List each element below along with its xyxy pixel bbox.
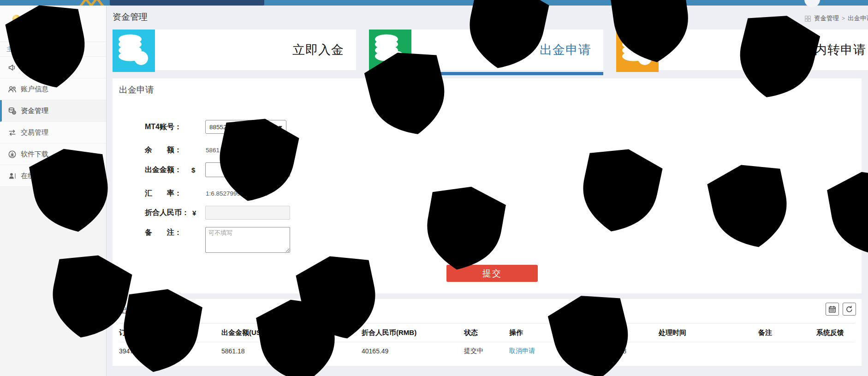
support-person-icon [8,172,17,180]
tab-label: 内转申请 [814,30,866,70]
records-toolbar [826,303,856,316]
col-mt4: MT4账号 [163,323,221,342]
col-rate: 出金汇率 [308,323,362,342]
sidebar-item-label: 最新通知 [21,57,48,78]
sidebar-user-panel: 885527 胡英 [0,6,106,42]
page-title: 资金管理 [113,11,148,23]
rate-label: 汇 率： [145,189,199,198]
table-row: 3947 885527 5861.18 6.8528 40165.49 提交中 … [119,342,855,360]
sidebar-item-label: 软件下载 [21,143,48,165]
form-title: 出金申请 [119,84,154,96]
date-filter-button[interactable] [826,303,839,316]
cny-amount-input [205,206,290,220]
balance-label: 余 额： [145,145,199,155]
user-name: 胡英 [33,24,46,32]
cell-cny: 40165.49 [362,342,464,360]
user-account: 885527 [33,13,56,21]
col-cny: 折合人民币(RMB) [362,323,464,342]
usd-prefix: $ [191,166,195,174]
cancel-request-link[interactable]: 取消申请 [509,347,535,354]
cell-apply-time: 2022-09-28 12:52:18 [566,342,659,360]
calendar-icon [828,305,836,313]
brand-logo-block [110,0,264,6]
sidebar-item-label: 账户信息 [21,78,48,100]
col-amount-usd: 出金金额(USD) [221,323,308,342]
user-avatar-icon [8,14,25,34]
mt4-account-select[interactable]: 885527 [205,120,286,134]
sidebar-item-support[interactable]: 在线客服 [0,165,106,187]
submit-button[interactable]: 提交 [446,265,538,282]
trade-icon [8,128,17,137]
users-icon [8,85,17,94]
cell-amount: 5861.18 [221,342,308,360]
coins-icon [8,107,17,115]
tab-internal-transfer[interactable]: 内转申请 [616,30,868,70]
top-navbar [0,0,868,6]
table-header-row: 订单号 MT4账号 出金金额(USD) 出金汇率 折合人民币(RMB) 状态 操… [119,323,855,342]
breadcrumb-section[interactable]: 资金管理 [814,14,839,23]
sidebar-item-label: 资金管理 [21,100,48,121]
withdraw-records-panel: 出金记录 订单号 MT4账号 出金金额(USD [113,299,862,366]
sidebar: 885527 胡英 主导航 最新通知 账户信息 资金管理 交易 [0,6,107,376]
records-title: 出金记录 [119,304,154,316]
cny-label: 折合人民币： [145,208,199,218]
sidebar-item-downloads[interactable]: 软件下载 [0,143,106,165]
breadcrumb-separator: > [842,15,845,22]
col-remark: 备注 [758,323,816,342]
balance-value: 5861.18 [206,147,228,154]
tab-withdraw[interactable]: 出金申请 [369,30,603,70]
sidebar-item-notices[interactable]: 最新通知 [0,57,106,78]
cny-prefix: ¥ [192,209,196,217]
sidebar-item-trading[interactable]: 交易管理 [0,122,106,143]
sidebar-section-label: 主导航 [0,42,106,57]
sidebar-item-funds[interactable]: 资金管理 [0,100,106,122]
breadcrumb-current: 出金申请 [848,14,868,23]
cell-mt4: 885527 [163,342,221,360]
funds-tab-strip: 立即入金 出金申请 内转申请 [113,30,868,76]
withdraw-records-table: 订单号 MT4账号 出金金额(USD) 出金汇率 折合人民币(RMB) 状态 操… [119,323,855,360]
col-action: 操作 [509,323,566,342]
cell-feedback [816,342,855,360]
col-order-id: 订单号 [119,323,163,342]
remark-label: 备 注： [145,227,199,238]
deposit-coins-icon [113,30,155,72]
transfer-coins-icon [616,30,659,72]
rate-value: 1:6.852799999999999 [206,190,268,197]
sidebar-item-label: 在线客服 [21,165,48,186]
megaphone-icon [8,63,17,72]
col-status: 状态 [464,323,509,342]
tab-deposit[interactable]: 立即入金 [113,30,356,70]
withdraw-coins-icon [369,30,411,72]
tab-label: 出金申请 [540,30,591,70]
sidebar-item-account-info[interactable]: 账户信息 [0,78,106,100]
tab-label: 立即入金 [292,30,344,70]
cell-status: 提交中 [464,342,509,360]
cell-order-id: 3947 [119,342,163,360]
mt4-account-label: MT4账号： [145,122,199,132]
refresh-button[interactable] [843,303,856,316]
withdraw-form-panel: 出金申请 MT4账号： 885527 余 额： 5861.18 出金金额： $ … [113,78,862,293]
breadcrumb: 资金管理 > 出金申请 [804,14,868,23]
col-apply-time: 申请时间 [566,323,659,342]
sidebar-item-label: 交易管理 [21,122,48,143]
header-avatar[interactable] [804,0,820,7]
cell-remark [758,342,816,360]
cell-rate: 6.8528 [308,342,362,360]
download-icon [8,150,17,159]
cell-process-time [659,342,758,360]
col-feedback: 系统反馈 [816,323,855,342]
col-process-time: 处理时间 [659,323,758,342]
remark-textarea[interactable] [205,227,290,253]
brand-logo-icon [78,0,105,6]
refresh-icon [845,305,853,313]
grid-icon [804,15,811,22]
withdraw-amount-input[interactable] [205,162,290,177]
